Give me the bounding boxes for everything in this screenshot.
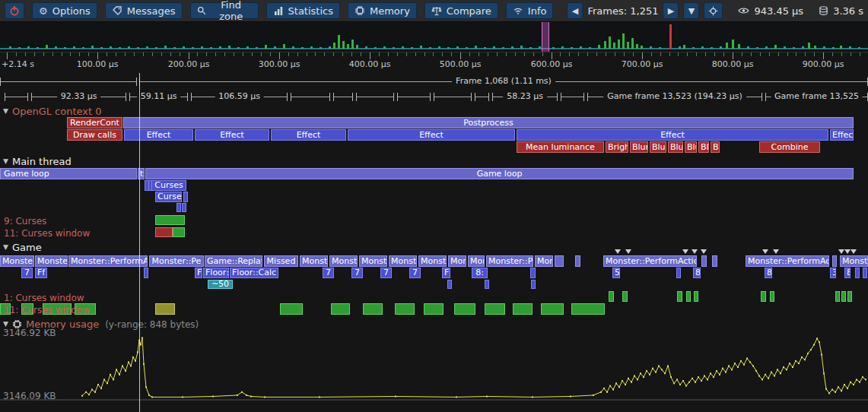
frame-bar[interactable] xyxy=(18,47,21,49)
frame-bar[interactable] xyxy=(627,42,629,49)
frame-bar[interactable] xyxy=(320,47,322,49)
zone[interactable] xyxy=(395,303,415,315)
frame-bar[interactable] xyxy=(91,46,94,49)
frame-bar[interactable] xyxy=(641,46,643,49)
frame-bar[interactable] xyxy=(589,47,591,49)
frame-span[interactable]: 58.23 μs xyxy=(492,90,558,103)
zone[interactable] xyxy=(331,303,350,315)
power-button[interactable] xyxy=(5,2,24,19)
zone[interactable]: RenderCont xyxy=(67,117,122,128)
frame-bar[interactable] xyxy=(292,46,294,49)
frame-bar[interactable] xyxy=(237,47,240,49)
frame-span[interactable]: 92.33 μs xyxy=(31,90,126,103)
zone[interactable]: 7 xyxy=(409,268,421,278)
frame-dropdown-button[interactable]: ▼ xyxy=(683,2,699,19)
zone[interactable]: 8: xyxy=(472,268,488,278)
zone[interactable]: Effect xyxy=(124,129,193,141)
frame-bar[interactable] xyxy=(420,46,422,49)
frame-span[interactable]: Frame 1,068 (1.11 ms) xyxy=(139,75,868,88)
zone[interactable]: Monster::PerformActi xyxy=(746,255,829,267)
frame-bar[interactable] xyxy=(301,47,304,49)
collapse-marker-icon[interactable] xyxy=(762,249,768,254)
frame-bar[interactable] xyxy=(756,47,758,49)
frame-bar[interactable] xyxy=(438,46,440,49)
frame-bar[interactable] xyxy=(692,47,695,49)
collapse-marker-icon[interactable] xyxy=(625,249,631,254)
frame-bar[interactable] xyxy=(849,46,851,49)
frame-span[interactable]: 106.59 μs xyxy=(191,90,288,103)
zone[interactable]: Monster::PerformAction xyxy=(603,255,697,267)
zone[interactable]: Monste xyxy=(0,255,34,267)
collapse-marker-icon[interactable] xyxy=(838,249,844,254)
frame-bar[interactable] xyxy=(539,46,541,49)
frame-span[interactable]: Game frame 13,523 (194.23 μs) xyxy=(587,90,762,103)
zone[interactable] xyxy=(363,303,383,315)
zone[interactable] xyxy=(575,255,580,267)
zone[interactable] xyxy=(173,227,185,237)
zone[interactable] xyxy=(485,280,489,289)
zone[interactable]: Ff xyxy=(35,268,47,278)
frame-bar[interactable] xyxy=(636,44,638,49)
zone[interactable] xyxy=(677,291,682,302)
zone[interactable]: Monst xyxy=(300,255,328,267)
frame-bar[interactable] xyxy=(466,47,468,49)
zone[interactable] xyxy=(176,203,181,212)
zone[interactable]: Blur xyxy=(650,141,666,153)
frame-bar[interactable] xyxy=(283,44,285,49)
memory-button[interactable]: Memory xyxy=(348,2,417,19)
zone[interactable] xyxy=(847,291,852,302)
frames-label[interactable]: Frames: 1,251 xyxy=(587,5,658,17)
zone[interactable]: Monst xyxy=(359,255,387,267)
zone[interactable]: 7 xyxy=(21,268,33,278)
zone[interactable] xyxy=(144,268,148,278)
zone[interactable]: Effec xyxy=(830,129,854,141)
zone[interactable]: Monst xyxy=(389,255,417,267)
zone[interactable] xyxy=(676,268,681,278)
frame-bar[interactable] xyxy=(511,46,513,49)
frame-bar[interactable] xyxy=(164,46,167,49)
zone[interactable]: F xyxy=(195,268,202,278)
frame-bar[interactable] xyxy=(393,47,395,49)
zone[interactable] xyxy=(694,291,698,302)
time-marker-line[interactable] xyxy=(139,73,140,412)
frame-bar[interactable] xyxy=(484,47,486,49)
zone[interactable] xyxy=(182,203,186,212)
collapse-marker-icon[interactable] xyxy=(844,249,851,254)
memory-plot[interactable] xyxy=(0,334,868,404)
frame-bar[interactable] xyxy=(650,46,652,49)
zone[interactable]: 7 xyxy=(380,268,392,278)
frame-bar[interactable] xyxy=(604,41,606,49)
section-header-game[interactable]: ▼ Game xyxy=(3,242,42,253)
frame-bar[interactable] xyxy=(765,46,768,49)
frame-span[interactable] xyxy=(475,90,489,103)
goto-frame-button[interactable] xyxy=(704,2,723,19)
zone[interactable]: Blur xyxy=(668,141,683,153)
frame-span[interactable] xyxy=(397,90,431,103)
zone[interactable] xyxy=(761,291,766,302)
frame-bar[interactable] xyxy=(119,47,121,49)
zone[interactable]: Effect xyxy=(195,129,269,141)
lock-label-11-curses-window[interactable]: 11: Curses window xyxy=(4,228,90,239)
find-zone-button[interactable]: Find zone xyxy=(190,2,259,19)
frame-bar[interactable] xyxy=(246,46,249,49)
frame-bar[interactable] xyxy=(711,47,713,49)
frame-bar[interactable] xyxy=(784,46,786,49)
frame-bar[interactable] xyxy=(402,46,404,49)
frame-span[interactable] xyxy=(291,90,330,103)
section-header-opengl[interactable]: ▼ OpenGL context 0 xyxy=(3,106,102,117)
zone[interactable]: Blur xyxy=(711,141,720,153)
compare-button[interactable]: Compare xyxy=(424,2,498,19)
frame-bar[interactable] xyxy=(456,46,459,49)
frame-bar[interactable] xyxy=(447,47,450,49)
frame-bar[interactable] xyxy=(155,47,157,49)
options-button[interactable]: ⚙ Options xyxy=(32,2,97,19)
frame-bar[interactable] xyxy=(192,47,194,49)
frame-bar[interactable] xyxy=(840,46,842,49)
frame-bar[interactable] xyxy=(738,44,740,49)
frame-bar[interactable] xyxy=(342,41,345,49)
frame-span[interactable] xyxy=(5,90,28,103)
zone[interactable]: 7 xyxy=(351,268,363,278)
lock-label-1-curses-window[interactable]: 1: Curses window xyxy=(4,293,84,303)
frame-bar[interactable] xyxy=(274,46,276,49)
frame-bar[interactable] xyxy=(609,36,611,49)
